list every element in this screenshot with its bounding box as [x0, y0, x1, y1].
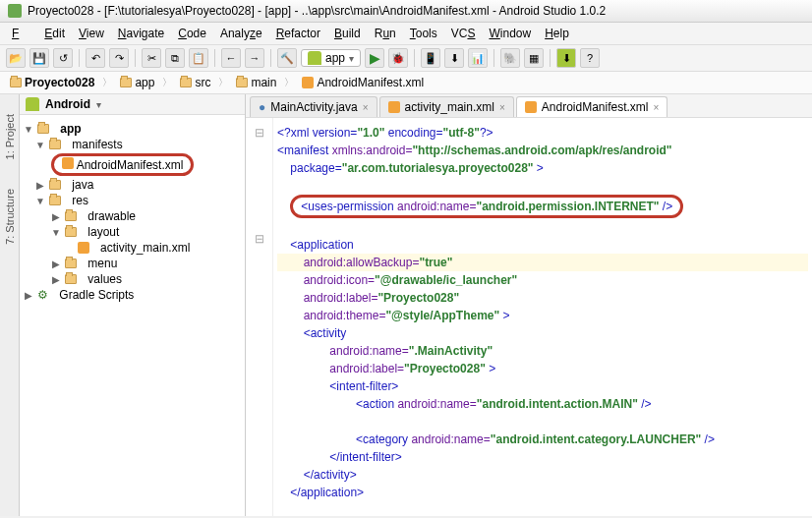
run-button[interactable]: ▶ [365, 48, 384, 68]
tree-node-app[interactable]: ▼ app [24, 121, 241, 137]
project-header[interactable]: Android ▾ [20, 94, 245, 115]
project-tree: ▼ app ▼ manifests AndroidManifest.xml ▶ … [20, 115, 245, 309]
tree-node-manifest-file[interactable]: AndroidManifest.xml [24, 152, 241, 177]
menu-refactor[interactable]: Refactor [270, 25, 326, 42]
crumb-src[interactable]: src [176, 75, 214, 90]
tree-node-java[interactable]: ▶ java [24, 177, 241, 193]
folder-icon [236, 78, 248, 87]
structure-button[interactable]: ▦ [524, 48, 544, 68]
run-config-combo[interactable]: app ▾ [301, 49, 361, 67]
close-icon[interactable]: × [654, 102, 660, 113]
make-button[interactable]: 🔨 [277, 48, 297, 68]
menubar: F Edit View Navigate Code Analyze Refact… [0, 23, 812, 45]
sdk-manager-button[interactable]: ⬇ [556, 48, 576, 68]
side-tool-tabs: 1: Project 7: Structure [0, 94, 20, 516]
folder-icon [180, 78, 192, 87]
tab-activity-main-xml[interactable]: activity_main.xml× [379, 96, 514, 117]
editor-tabs: ●MainActivity.java× activity_main.xml× A… [246, 94, 812, 118]
paste-button[interactable]: 📋 [189, 48, 208, 68]
sidetab-structure[interactable]: 7: Structure [4, 189, 16, 245]
editor-area: ●MainActivity.java× activity_main.xml× A… [246, 94, 812, 516]
menu-edit[interactable]: Edit [38, 25, 71, 42]
menu-window[interactable]: Window [483, 25, 537, 42]
menu-view[interactable]: View [73, 25, 110, 42]
menu-code[interactable]: Code [172, 25, 212, 42]
breadcrumbs: Proyecto028〉 app〉 src〉 main〉 AndroidMani… [0, 72, 812, 94]
tab-main-activity[interactable]: ●MainActivity.java× [250, 96, 377, 117]
save-button[interactable]: 💾 [29, 48, 49, 68]
tree-node-menu[interactable]: ▶ menu [24, 256, 241, 271]
avd-button[interactable]: 📱 [421, 48, 440, 68]
tree-node-values[interactable]: ▶ values [24, 271, 241, 287]
menu-file[interactable]: F [6, 25, 36, 42]
crumb-main[interactable]: main [232, 75, 280, 90]
forward-button[interactable]: → [245, 48, 264, 68]
sync-button[interactable]: ↺ [53, 48, 73, 68]
chevron-down-icon: ▾ [349, 53, 354, 64]
crumb-app[interactable]: app [116, 75, 158, 90]
folder-icon [120, 78, 132, 87]
tree-node-manifests[interactable]: ▼ manifests [24, 137, 241, 152]
redo-button[interactable]: ↷ [109, 48, 129, 68]
titlebar: Proyecto028 - [F:\tutorialesya\Proyecto0… [0, 0, 812, 23]
tab-android-manifest[interactable]: AndroidManifest.xml× [516, 96, 668, 117]
project-view-label: Android [45, 97, 90, 111]
menu-analyze[interactable]: Analyze [214, 25, 268, 42]
run-config-label: app [325, 51, 345, 65]
xml-icon [302, 77, 314, 88]
menu-build[interactable]: Build [328, 25, 367, 42]
monitor-button[interactable]: 📊 [468, 48, 488, 68]
window-title: Proyecto028 - [F:\tutorialesya\Proyecto0… [28, 4, 606, 18]
code-editor[interactable]: ⊟⊟ <?xml version="1.0" encoding="utf-8"?… [246, 118, 812, 516]
tree-node-gradle[interactable]: ▶⚙ Gradle Scripts [24, 287, 241, 303]
copy-button[interactable]: ⧉ [165, 48, 185, 68]
tree-node-drawable[interactable]: ▶ drawable [24, 208, 241, 224]
android-icon [26, 97, 39, 111]
sdk-button[interactable]: ⬇ [444, 48, 464, 68]
back-button[interactable]: ← [221, 48, 241, 68]
open-button[interactable]: 📂 [6, 48, 26, 68]
menu-navigate[interactable]: Navigate [112, 25, 170, 42]
sidetab-project[interactable]: 1: Project [4, 114, 16, 159]
code-body[interactable]: <?xml version="1.0" encoding="utf-8"?> <… [273, 118, 812, 516]
debug-button[interactable]: 🐞 [388, 48, 408, 68]
crumb-file[interactable]: AndroidManifest.xml [298, 75, 428, 90]
gradle-icon: ⚙ [37, 288, 48, 302]
toolbar: 📂 💾 ↺ ↶ ↷ ✂ ⧉ 📋 ← → 🔨 app ▾ ▶ 🐞 📱 ⬇ 📊 🐘 … [0, 45, 812, 72]
menu-run[interactable]: Run [369, 25, 402, 42]
undo-button[interactable]: ↶ [86, 48, 105, 68]
tree-node-activity-main[interactable]: activity_main.xml [24, 240, 241, 256]
project-pane: Android ▾ ▼ app ▼ manifests AndroidManif… [20, 94, 246, 516]
chevron-down-icon: ▾ [96, 99, 101, 110]
menu-tools[interactable]: Tools [404, 25, 443, 42]
menu-help[interactable]: Help [539, 25, 575, 42]
close-icon[interactable]: × [499, 102, 505, 113]
crumb-project[interactable]: Proyecto028 [6, 75, 98, 90]
help-button[interactable]: ? [580, 48, 600, 68]
gutter: ⊟⊟ [246, 118, 273, 516]
app-icon [8, 4, 22, 18]
folder-icon [10, 78, 22, 87]
close-icon[interactable]: × [363, 102, 369, 113]
tree-node-res[interactable]: ▼ res [24, 193, 241, 208]
sync-gradle-button[interactable]: 🐘 [500, 48, 520, 68]
android-icon [308, 51, 321, 65]
tree-node-layout[interactable]: ▼ layout [24, 224, 241, 240]
menu-vcs[interactable]: VCS [445, 25, 482, 42]
cut-button[interactable]: ✂ [142, 48, 161, 68]
